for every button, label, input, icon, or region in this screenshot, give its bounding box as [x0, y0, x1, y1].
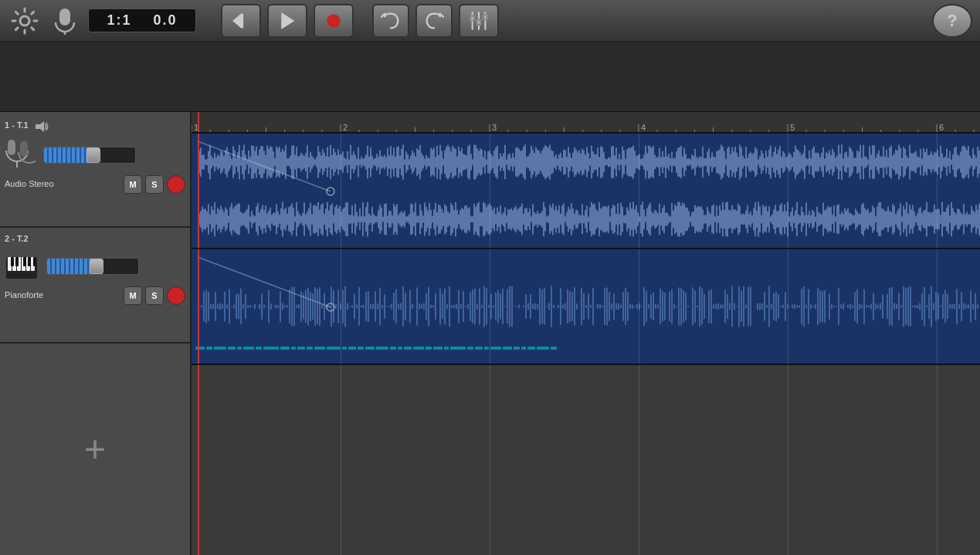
svg-rect-14 — [8, 140, 15, 155]
timeline-ruler: 1 2 3 4 5 6 — [192, 112, 980, 134]
midi-note — [551, 347, 557, 350]
midi-note — [521, 347, 526, 350]
midi-note — [490, 347, 501, 350]
midi-note — [450, 347, 466, 350]
svg-rect-16 — [20, 141, 28, 157]
add-track-area: + — [0, 343, 190, 555]
mixer-button[interactable] — [459, 4, 499, 38]
svg-point-6 — [327, 14, 340, 27]
midi-note — [398, 347, 402, 350]
track2-mute-button[interactable]: M — [124, 286, 142, 305]
midi-note — [342, 347, 347, 350]
svg-point-0 — [20, 16, 29, 25]
midi-note — [243, 347, 254, 350]
svg-rect-4 — [241, 13, 243, 28]
svg-marker-5 — [281, 12, 294, 29]
svg-rect-26 — [23, 257, 26, 266]
settings-button[interactable] — [8, 4, 42, 38]
track1-header: 1 - T.1 — [0, 112, 190, 228]
add-track-button[interactable]: + — [84, 431, 106, 468]
midi-note — [314, 347, 325, 350]
svg-rect-11 — [477, 19, 481, 25]
midi-note — [263, 347, 279, 350]
midi-note — [426, 347, 432, 350]
track2-name: Pianoforte — [5, 290, 43, 299]
track2-record-button[interactable] — [167, 286, 185, 305]
svg-rect-28 — [33, 257, 36, 266]
midi-note — [444, 347, 449, 350]
svg-rect-1 — [59, 8, 70, 25]
track1-fader[interactable] — [43, 147, 136, 164]
midi-note — [307, 347, 313, 350]
track2-lane[interactable] — [192, 249, 980, 365]
track2-header: 2 - T.2 — [0, 228, 190, 343]
midi-note — [291, 347, 296, 350]
midi-note — [404, 347, 412, 350]
track1-waveform — [192, 134, 980, 248]
play-button[interactable] — [267, 4, 307, 38]
track1-number: 1 - T.1 — [5, 120, 29, 130]
midi-note — [514, 347, 520, 350]
record-button[interactable] — [314, 4, 354, 38]
svg-rect-10 — [470, 15, 474, 21]
track1-volume-icon — [33, 118, 50, 135]
svg-marker-3 — [232, 13, 241, 28]
track2-solo-button[interactable]: S — [145, 286, 164, 305]
svg-rect-25 — [15, 257, 19, 266]
time-display: 1:1 0.0 — [88, 8, 196, 32]
midi-note — [327, 347, 341, 350]
midi-note — [503, 347, 512, 350]
midi-note — [527, 347, 535, 350]
track1-name: Audio Stereo — [5, 179, 54, 188]
toolbar: 1:1 0.0 — [0, 0, 980, 42]
midi-note — [214, 347, 226, 350]
record-input-button[interactable] — [48, 4, 82, 38]
midi-note — [484, 347, 489, 350]
track1-solo-button[interactable]: S — [145, 175, 164, 194]
track2-midi-notes — [192, 340, 980, 356]
help-button[interactable]: ? — [932, 4, 972, 38]
svg-rect-24 — [11, 257, 14, 266]
svg-marker-13 — [36, 121, 44, 132]
ruler-ticks — [192, 112, 980, 132]
midi-note — [390, 347, 396, 350]
midi-note — [376, 347, 388, 350]
midi-note — [358, 347, 364, 350]
svg-rect-27 — [28, 257, 31, 266]
right-panel: 1 2 3 4 5 6 — [192, 112, 980, 555]
track1-mute-button[interactable]: M — [124, 175, 142, 194]
track1-record-button[interactable] — [167, 175, 185, 194]
track1-instrument-icon — [5, 138, 36, 172]
empty-track-lane — [192, 365, 980, 555]
midi-note — [475, 347, 483, 350]
midi-note — [228, 347, 236, 350]
track1-lane[interactable] — [192, 134, 980, 249]
midi-note — [537, 347, 549, 350]
track-content — [192, 134, 980, 555]
track1-playhead — [198, 134, 199, 248]
midi-note — [280, 347, 290, 350]
track2-fader[interactable] — [46, 258, 139, 275]
redo-button[interactable] — [415, 4, 453, 38]
midi-note — [237, 347, 242, 350]
midi-note — [297, 347, 305, 350]
track2-number: 2 - T.2 — [5, 234, 29, 243]
midi-note — [256, 347, 262, 350]
midi-note — [365, 347, 375, 350]
rewind-button[interactable] — [221, 4, 261, 38]
svg-rect-12 — [483, 14, 487, 19]
track2-playhead — [198, 249, 199, 364]
midi-note — [348, 347, 356, 350]
undo-button[interactable] — [372, 4, 409, 38]
main-area: 1 - T.1 — [0, 112, 980, 555]
track2-instrument-icon — [5, 249, 39, 283]
midi-note — [206, 347, 212, 350]
midi-note — [433, 347, 443, 350]
empty-lane-playhead — [198, 365, 199, 555]
playhead[interactable] — [198, 112, 199, 132]
midi-note — [413, 347, 424, 350]
secondary-toolbar — [0, 42, 980, 112]
midi-note — [467, 347, 473, 350]
midi-note — [195, 347, 205, 350]
left-panel: 1 - T.1 — [0, 112, 192, 555]
